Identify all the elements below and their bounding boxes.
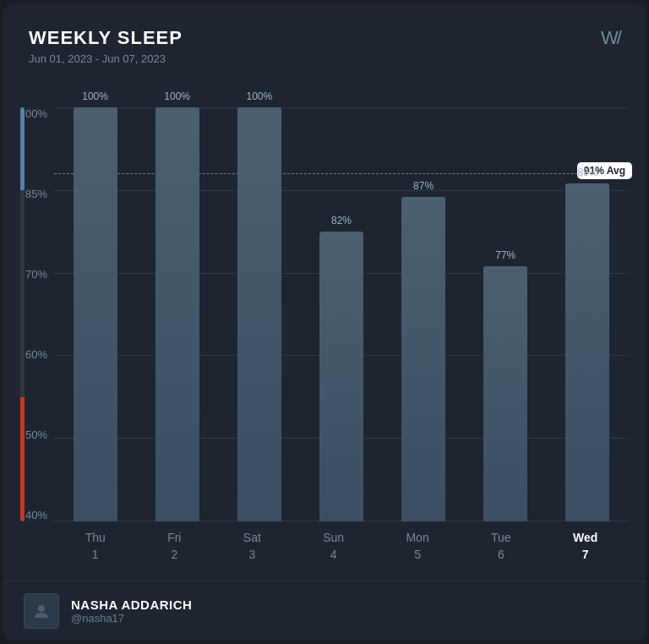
day-num: 2 — [171, 547, 177, 564]
x-label-wed: Wed7 — [573, 530, 597, 563]
bar-label-sun: 82% — [331, 215, 352, 226]
day-num: 4 — [330, 547, 337, 564]
day-num: 6 — [498, 547, 504, 564]
bar-label-fri: 100% — [164, 90, 190, 102]
bar-group-sun: 82% — [319, 107, 363, 521]
y-label-60: 60% — [25, 348, 47, 361]
day-num: 5 — [414, 547, 421, 564]
chart-area: 100% 85% 70% 60% 50% 40% 91% Avg — [3, 74, 646, 581]
bar-thu: 100% — [74, 107, 117, 521]
bar-tue: 77% — [483, 266, 527, 521]
user-info: NASHA ADDARICH @nasha17 — [71, 598, 192, 625]
day-name: Thu — [85, 530, 106, 547]
y-axis: 100% 85% 70% 60% 50% 40% — [3, 82, 54, 581]
x-label-thu: Thu1 — [85, 530, 106, 563]
bar-group-wed: 89% — [565, 107, 609, 521]
bar-label-wed: 89% — [577, 166, 597, 178]
bar-group-thu: 100% — [74, 107, 117, 521]
x-label-tue: Tue6 — [491, 530, 511, 563]
bar-label-tue: 77% — [495, 249, 515, 261]
day-num: 7 — [582, 547, 589, 564]
bar-label-mon: 87% — [413, 180, 434, 192]
day-num: 1 — [92, 547, 99, 564]
bar-group-sat: 100% — [237, 107, 281, 521]
user-handle: @nasha17 — [71, 612, 192, 625]
bar-sun: 82% — [319, 232, 363, 521]
day-name: Sat — [243, 530, 261, 547]
bar-mon: 87% — [401, 197, 445, 521]
y-label-70: 70% — [25, 268, 47, 281]
y-label-40: 40% — [25, 509, 47, 521]
footer: NASHA ADDARICH @nasha17 — [3, 581, 646, 641]
bar-group-tue: 77% — [483, 107, 527, 521]
x-label-sat: Sat3 — [243, 530, 261, 563]
y-axis-bar-blue — [20, 107, 25, 190]
header: WEEKLY SLEEP Jun 01, 2023 - Jun 07, 2023… — [3, 3, 646, 74]
day-name: Tue — [491, 530, 511, 547]
user-name: NASHA ADDARICH — [71, 598, 192, 612]
x-label-mon: Mon5 — [406, 530, 428, 563]
svg-point-1 — [38, 605, 45, 612]
day-num: 3 — [248, 547, 255, 564]
bar-label-sat: 100% — [246, 90, 272, 102]
day-name: Mon — [406, 530, 428, 547]
bar-fri: 100% — [155, 107, 199, 521]
date-range: Jun 01, 2023 - Jun 07, 2023 — [29, 52, 620, 65]
bar-wed: 89% — [565, 183, 609, 521]
y-label-85: 85% — [25, 188, 47, 200]
x-labels: Thu1Fri2Sat3Sun4Mon5Tue6Wed7 — [54, 521, 629, 581]
bar-group-fri: 100% — [155, 107, 199, 521]
chart-title: WEEKLY SLEEP — [29, 27, 620, 49]
day-name: Wed — [573, 530, 597, 547]
day-name: Sun — [323, 530, 344, 547]
bar-group-mon: 87% — [401, 107, 445, 521]
bars-row: 100%100%100%82%87%77%89% — [54, 107, 629, 521]
bar-sat: 100% — [237, 107, 281, 521]
weekly-sleep-card: WEEKLY SLEEP Jun 01, 2023 - Jun 07, 2023… — [3, 3, 646, 641]
bar-label-thu: 100% — [82, 90, 108, 102]
y-axis-bar-red — [20, 397, 25, 521]
y-label-50: 50% — [25, 428, 47, 441]
day-name: Fri — [167, 530, 181, 547]
x-label-fri: Fri2 — [167, 530, 181, 563]
brand-logo: W/ — [601, 27, 620, 49]
x-label-sun: Sun4 — [323, 530, 344, 563]
avatar — [24, 593, 59, 629]
y-axis-bar — [20, 107, 25, 521]
bars-container: 91% Avg 100%100%100%82%87%77%89% Thu1Fri… — [54, 82, 629, 581]
